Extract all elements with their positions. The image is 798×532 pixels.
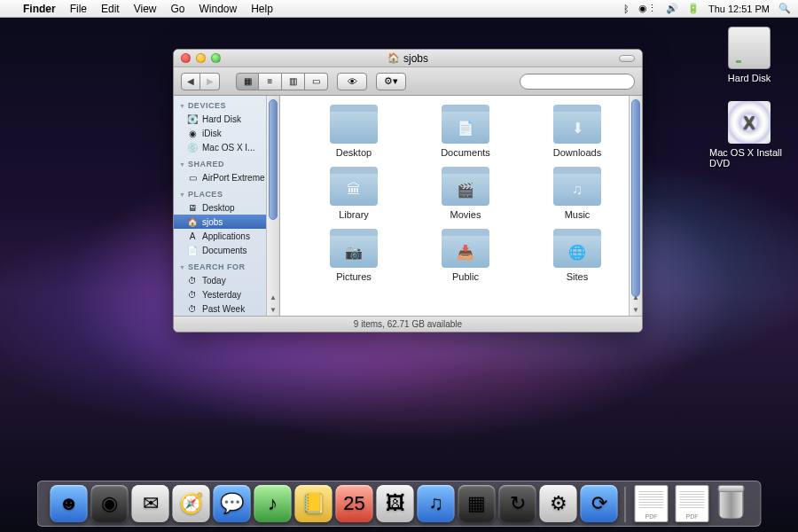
scroll-up-icon[interactable]: ▲ xyxy=(267,291,279,303)
battery-icon[interactable]: 🔋 xyxy=(687,3,700,14)
dock-itunes-store[interactable]: ♪ xyxy=(254,485,292,522)
sidebar-group[interactable]: SEARCH FOR xyxy=(174,257,279,273)
folder-item[interactable]: Desktop xyxy=(307,105,401,158)
sidebar-item[interactable]: 🖥Desktop xyxy=(174,200,279,215)
document-icon: PDF xyxy=(635,485,669,522)
sidebar-item-icon: ◉ xyxy=(186,128,199,138)
menu-window[interactable]: Window xyxy=(192,3,245,15)
action-button[interactable]: ⚙▾ xyxy=(376,73,406,90)
folder-icon: 🎬 xyxy=(442,167,489,206)
view-icon-button[interactable]: ▦ xyxy=(236,73,259,90)
wifi-icon[interactable]: ◉⋮ xyxy=(638,3,657,14)
dock-itunes[interactable]: ♫ xyxy=(418,485,455,522)
sidebar-item[interactable]: 💿Mac OS X I... xyxy=(174,140,279,154)
dock-ichat[interactable]: 💬 xyxy=(214,485,251,522)
dock-safari[interactable]: 🧭 xyxy=(173,485,210,522)
sidebar-item-icon: A xyxy=(186,231,199,241)
content-scrollbar[interactable]: ▲ ▼ xyxy=(629,96,642,316)
dock-preview[interactable]: 🖼 xyxy=(377,485,414,522)
close-button[interactable] xyxy=(181,53,191,63)
folder-item[interactable]: 📥Public xyxy=(419,229,512,282)
sidebar-item[interactable]: ⏱Yesterday xyxy=(174,287,279,301)
menu-edit[interactable]: Edit xyxy=(94,3,127,15)
scroll-down-icon[interactable]: ▼ xyxy=(267,303,279,316)
dock-spaces[interactable]: ▦ xyxy=(458,485,496,522)
folder-label: Music xyxy=(565,209,591,220)
scroll-up-icon[interactable]: ▲ xyxy=(630,291,642,303)
clock[interactable]: Thu 12:51 PM xyxy=(708,4,770,14)
minimize-button[interactable] xyxy=(196,53,206,63)
dock-finder[interactable]: ☻ xyxy=(51,485,88,522)
spotlight-icon[interactable]: 🔍 xyxy=(778,3,791,14)
folder-item[interactable]: 🌐Sites xyxy=(530,229,624,282)
dvd-icon xyxy=(728,101,771,144)
scrollbar-thumb[interactable] xyxy=(631,99,640,297)
folder-icon: 📥 xyxy=(442,229,489,268)
folder-item[interactable]: 🎬Movies xyxy=(419,167,512,220)
forward-button[interactable]: ▶ xyxy=(200,73,220,90)
desktop-icon-label: Mac OS X Install DVD xyxy=(709,147,789,168)
quicklook-button[interactable]: 👁 xyxy=(337,73,367,90)
view-column-button[interactable]: ▥ xyxy=(282,73,305,90)
volume-icon[interactable]: 🔊 xyxy=(666,3,678,14)
scroll-down-icon[interactable]: ▼ xyxy=(630,303,642,316)
dock-mail[interactable]: ✉ xyxy=(132,485,169,522)
view-coverflow-button[interactable]: ▭ xyxy=(305,73,328,90)
sidebar-group[interactable]: SHARED xyxy=(174,154,279,170)
sidebar-item[interactable]: ⏱Past Week xyxy=(174,301,279,316)
folder-item[interactable]: ⬇Downloads xyxy=(530,105,624,158)
sidebar-item-label: Yesterday xyxy=(202,290,241,300)
sidebar-item[interactable]: 📄Documents xyxy=(174,243,279,257)
sidebar-item[interactable]: AApplications xyxy=(174,229,279,243)
dock-document[interactable]: PDF xyxy=(633,485,670,522)
view-list-button[interactable]: ≡ xyxy=(259,73,282,90)
sidebar-item[interactable]: ⏱Today xyxy=(174,273,279,287)
sidebar-item-label: Hard Disk xyxy=(202,114,241,124)
sidebar-item[interactable]: ◉iDisk xyxy=(174,126,279,140)
folder-item[interactable]: 📷Pictures xyxy=(307,229,401,282)
folder-label: Pictures xyxy=(336,271,372,282)
folder-icon: 🏛 xyxy=(330,167,378,206)
back-button[interactable]: ◀ xyxy=(181,73,200,90)
dock-separator xyxy=(625,487,626,522)
time-machine-icon: ↻ xyxy=(510,492,526,515)
folder-icon: 📄 xyxy=(442,105,489,144)
dock-time-machine[interactable]: ↻ xyxy=(499,485,536,522)
spaces-icon: ▦ xyxy=(467,492,486,515)
dock-document[interactable]: PDF xyxy=(674,485,711,522)
hard-disk-icon xyxy=(728,27,771,69)
sidebar-group[interactable]: DEVICES xyxy=(174,96,279,112)
folder-item[interactable]: 📄Documents xyxy=(419,105,512,158)
sidebar-item-label: AirPort Extreme xyxy=(202,173,265,183)
bluetooth-icon[interactable]: ᛒ xyxy=(623,4,630,14)
app-menu[interactable]: Finder xyxy=(16,3,63,15)
preview-icon: 🖼 xyxy=(386,492,405,515)
folder-item[interactable]: ♫Music xyxy=(530,167,624,220)
sidebar-group[interactable]: PLACES xyxy=(174,184,279,200)
zoom-button[interactable] xyxy=(211,53,221,63)
desktop-icon-hard-disk[interactable]: Hard Disk xyxy=(709,27,789,83)
menu-go[interactable]: Go xyxy=(164,3,192,15)
sidebar-item[interactable]: ▭AirPort Extreme xyxy=(174,170,279,184)
desktop-icon-install-dvd[interactable]: Mac OS X Install DVD xyxy=(709,101,789,168)
window-titlebar[interactable]: 🏠 sjobs xyxy=(174,50,642,67)
trash[interactable] xyxy=(715,485,748,522)
scrollbar-thumb[interactable] xyxy=(269,99,278,220)
toolbar-toggle-button[interactable] xyxy=(619,55,635,62)
menu-view[interactable]: View xyxy=(127,3,164,15)
dock-address-book[interactable]: 📒 xyxy=(295,485,332,522)
status-bar: 9 items, 62.71 GB available xyxy=(174,316,642,332)
dock-ical[interactable]: 25 xyxy=(336,485,373,522)
menu-file[interactable]: File xyxy=(63,3,94,15)
desktop-icon-label: Hard Disk xyxy=(728,73,771,83)
sidebar-item[interactable]: 💽Hard Disk xyxy=(174,112,279,126)
dock-dashboard[interactable]: ◉ xyxy=(91,485,129,522)
sidebar-item[interactable]: 🏠sjobs xyxy=(174,215,279,229)
folder-item[interactable]: 🏛Library xyxy=(307,167,401,220)
search-input[interactable] xyxy=(520,74,635,90)
menu-help[interactable]: Help xyxy=(244,3,280,15)
dock-sync[interactable]: ⟳ xyxy=(581,485,618,522)
dock-system-preferences[interactable]: ⚙ xyxy=(540,485,577,522)
sidebar-scrollbar[interactable]: ▲ ▼ xyxy=(266,96,279,316)
folder-label: Public xyxy=(452,271,479,282)
